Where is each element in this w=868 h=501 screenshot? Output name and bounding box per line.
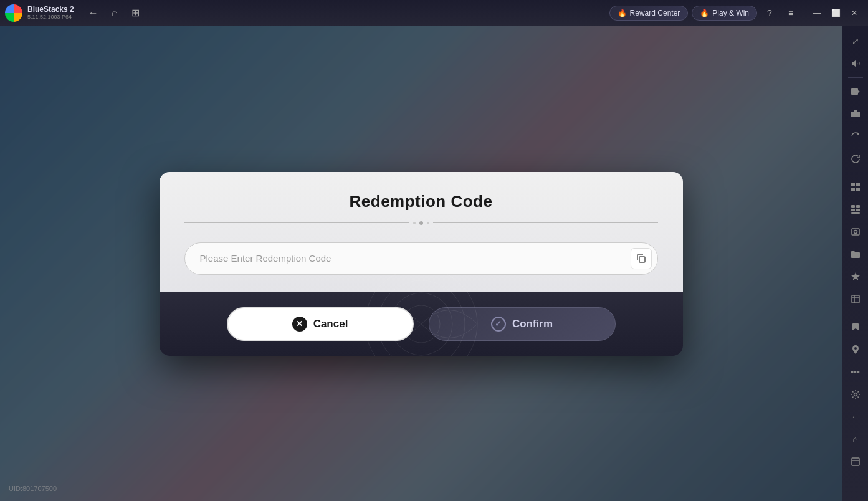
divider-dot-center	[419, 221, 423, 225]
svg-point-17	[854, 393, 857, 396]
svg-rect-6	[856, 183, 860, 186]
sidebar-record-btn[interactable]	[846, 82, 866, 102]
window-controls: — ⬜ ✕	[808, 4, 863, 22]
svg-rect-20	[639, 257, 645, 262]
redemption-code-input[interactable]	[184, 242, 658, 275]
sidebar-divider-1	[848, 77, 863, 78]
sidebar-location-btn[interactable]	[846, 340, 866, 360]
multiinstance-button[interactable]: ⊞	[126, 4, 145, 22]
cancel-icon: ✕	[292, 317, 307, 332]
home-button[interactable]: ⌂	[105, 4, 124, 22]
back-button[interactable]: ←	[84, 4, 103, 22]
restore-button[interactable]: ⬜	[827, 4, 844, 22]
svg-rect-13	[851, 212, 860, 214]
play-win-label: Play & Win	[712, 9, 749, 17]
svg-rect-7	[851, 188, 855, 191]
svg-rect-16	[852, 295, 859, 303]
modal-overlay: Redemption Code	[0, 26, 842, 501]
sidebar-expand-btn[interactable]: ⤢	[846, 31, 866, 51]
svg-rect-4	[854, 110, 857, 112]
right-sidebar: ⤢ ••• ← ⌂	[842, 26, 868, 501]
divider-dot-small-2	[427, 222, 429, 224]
divider-line-right	[433, 222, 658, 223]
app-logo	[5, 4, 22, 22]
sidebar-screenshot-btn[interactable]	[846, 222, 866, 242]
sidebar-home-btn[interactable]: ⌂	[846, 429, 866, 449]
cancel-button[interactable]: ✕ Cancel	[227, 307, 414, 341]
sidebar-divider-2	[848, 173, 863, 173]
dialog-divider	[184, 221, 658, 225]
sidebar-scale-btn[interactable]	[846, 289, 866, 309]
minimize-button[interactable]: —	[808, 4, 826, 22]
divider-dot-small-1	[413, 222, 416, 224]
sidebar-volume-btn[interactable]	[846, 54, 866, 74]
svg-point-3	[854, 113, 857, 116]
app-name-block: BlueStacks 2 5.11.52.1003 P64	[27, 5, 74, 21]
svg-rect-14	[852, 229, 859, 235]
svg-rect-0	[851, 88, 858, 95]
confirm-button[interactable]: ✓ Confirm	[429, 307, 616, 341]
sidebar-airplane-btn[interactable]	[846, 267, 866, 287]
sidebar-settings-btn[interactable]	[846, 384, 866, 404]
sidebar-bookmark-btn[interactable]	[846, 317, 866, 337]
sidebar-layers-btn[interactable]	[846, 452, 866, 472]
svg-marker-1	[858, 90, 860, 93]
play-win-button[interactable]: 🔥 Play & Win	[692, 6, 757, 21]
topbar: BlueStacks 2 5.11.52.1003 P64 ← ⌂ ⊞ 🔥 Re…	[0, 0, 868, 26]
sidebar-media-btn[interactable]	[846, 199, 866, 219]
svg-rect-9	[851, 205, 855, 208]
sidebar-refresh-btn[interactable]	[846, 149, 866, 169]
help-button[interactable]: ?	[761, 4, 778, 22]
app-version: 5.11.52.1003 P64	[27, 14, 74, 21]
svg-rect-5	[851, 183, 855, 186]
sidebar-back-btn[interactable]: ←	[846, 407, 866, 427]
confirm-icon: ✓	[491, 317, 506, 332]
redemption-dialog: Redemption Code	[160, 172, 683, 356]
sidebar-camera-btn[interactable]	[846, 104, 866, 124]
svg-rect-10	[856, 205, 860, 208]
dialog-top: Redemption Code	[160, 172, 683, 292]
dialog-bottom: ✕ Cancel ✓ Confirm	[160, 292, 683, 356]
svg-rect-12	[856, 209, 860, 211]
close-button[interactable]: ✕	[846, 4, 863, 22]
divider-line-left	[184, 222, 409, 223]
topbar-right: 🔥 Reward Center 🔥 Play & Win ? ≡ — ⬜ ✕	[609, 4, 863, 22]
svg-rect-11	[851, 209, 855, 211]
sidebar-rotate-btn[interactable]	[846, 126, 866, 146]
svg-point-15	[854, 231, 857, 234]
copy-paste-button[interactable]	[631, 248, 652, 269]
input-wrapper	[184, 242, 658, 275]
cancel-label: Cancel	[313, 318, 348, 330]
menu-button[interactable]: ≡	[782, 4, 799, 22]
reward-emoji: 🔥	[618, 9, 627, 17]
sidebar-more-btn[interactable]: •••	[846, 362, 866, 382]
sidebar-folder-btn[interactable]	[846, 244, 866, 264]
svg-rect-8	[856, 188, 860, 191]
confirm-label: Confirm	[512, 318, 553, 330]
sidebar-apps-btn[interactable]	[846, 177, 866, 197]
dialog-title: Redemption Code	[184, 192, 658, 211]
topbar-nav: ← ⌂ ⊞	[84, 4, 145, 22]
reward-center-button[interactable]: 🔥 Reward Center	[609, 6, 689, 21]
svg-rect-18	[852, 458, 859, 465]
app-title: BlueStacks 2	[27, 5, 74, 14]
play-emoji: 🔥	[700, 9, 709, 17]
reward-center-label: Reward Center	[630, 9, 680, 17]
sidebar-divider-3	[848, 313, 863, 313]
